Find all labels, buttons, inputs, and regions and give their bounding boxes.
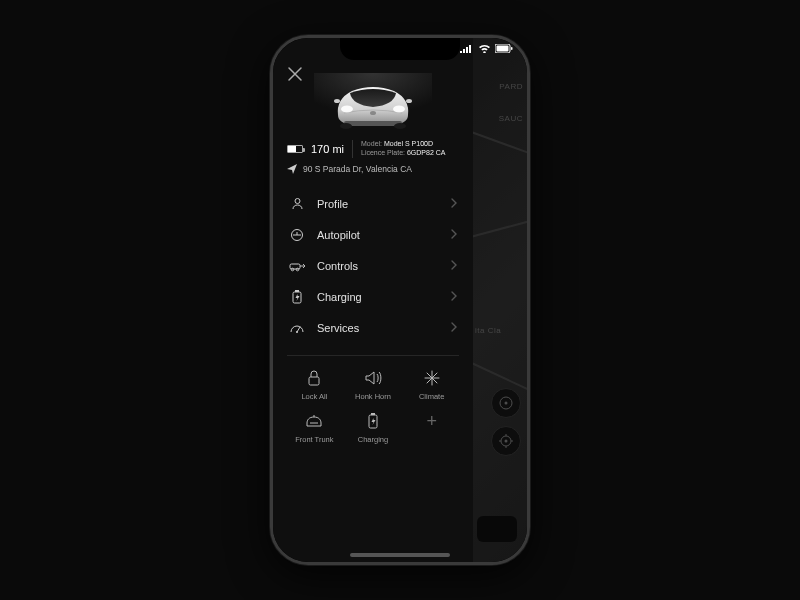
menu-item-autopilot[interactable]: Autopilot [287,219,459,251]
charging-icon [292,290,302,304]
location-row[interactable]: 90 S Parada Dr, Valencia CA [287,164,459,174]
svg-rect-20 [309,377,319,385]
menu-label: Charging [317,291,362,303]
quick-action-frunk[interactable]: Front Trunk [287,409,342,446]
svg-rect-18 [295,290,299,292]
svg-point-12 [295,199,300,204]
svg-point-10 [340,123,352,129]
svg-point-8 [334,99,340,103]
menu-label: Services [317,322,359,334]
signal-icon [460,44,474,53]
menu-list: Profile Autopilot Controls Charging [287,188,459,343]
chevron-right-icon [451,229,457,239]
map-label: PARD [499,82,523,91]
svg-rect-2 [511,47,513,50]
quick-action-horn[interactable]: Honk Horn [346,366,401,403]
side-drawer: 170 mi Model: Model S P100D Licence Plat… [273,38,473,562]
controls-icon [289,260,305,272]
plus-icon: + [426,411,437,431]
notch [340,38,460,60]
chevron-right-icon [451,198,457,208]
quick-label: Honk Horn [355,392,391,401]
services-icon [290,323,304,333]
svg-point-9 [406,99,412,103]
profile-icon [291,197,304,210]
autopilot-icon [290,228,304,242]
menu-item-services[interactable]: Services [287,313,459,343]
chevron-right-icon [451,291,457,301]
divider [287,355,459,356]
map-bottom-card[interactable] [477,516,517,542]
chevron-right-icon [451,322,457,332]
battery-status-icon [495,44,513,53]
quick-label: Lock All [301,392,327,401]
climate-icon [423,369,441,387]
menu-item-charging[interactable]: Charging [287,281,459,313]
svg-rect-7 [344,121,402,126]
quick-label: Climate [419,392,444,401]
plate-value: 6GDP82 CA [407,149,446,156]
close-button[interactable] [287,66,303,82]
svg-point-4 [370,111,376,115]
quick-action-charging[interactable]: Charging [346,409,401,446]
svg-rect-22 [371,413,375,415]
quick-action-add[interactable]: + [404,409,459,446]
home-indicator[interactable] [350,553,450,557]
svg-point-24 [505,402,508,405]
map-fab-1[interactable] [491,388,521,418]
quick-action-climate[interactable]: Climate [404,366,459,403]
frunk-icon [304,414,324,428]
svg-rect-1 [497,46,509,52]
vehicle-info-row: 170 mi Model: Model S P100D Licence Plat… [287,140,459,158]
svg-point-6 [393,106,405,113]
location-arrow-icon [287,164,297,174]
car-hero-image [313,72,433,134]
close-icon [287,66,303,82]
steering-icon [498,395,514,411]
status-bar [460,44,513,53]
lock-icon [306,369,322,387]
model-value: Model S P100D [384,140,433,147]
menu-label: Profile [317,198,348,210]
svg-point-26 [505,440,508,443]
menu-label: Autopilot [317,229,360,241]
plate-label: Licence Plate: [361,149,405,156]
svg-point-19 [296,331,298,333]
quick-label: Charging [358,435,388,444]
map-fab-2[interactable] [491,426,521,456]
menu-label: Controls [317,260,358,272]
map-label: SAUC [499,114,523,123]
location-text: 90 S Parada Dr, Valencia CA [303,164,412,174]
charger-icon [367,412,379,430]
range-value: 170 mi [311,143,344,155]
horn-icon [364,370,382,386]
battery-icon [287,145,303,153]
menu-item-controls[interactable]: Controls [287,251,459,281]
menu-item-profile[interactable]: Profile [287,188,459,219]
quick-actions: Lock All Honk Horn Climate Front Trunk C… [287,366,459,446]
map-background[interactable]: PARD SAUC ita Cla [473,38,527,562]
model-label: Model: [361,140,382,147]
model-info: Model: Model S P100D Licence Plate: 6GDP… [361,140,445,158]
map-label: ita Cla [475,326,501,335]
quick-action-lock[interactable]: Lock All [287,366,342,403]
svg-point-11 [394,123,406,129]
quick-label: Front Trunk [295,435,333,444]
divider [352,140,353,158]
wifi-icon [478,44,491,53]
svg-point-5 [341,106,353,113]
locate-icon [498,433,514,449]
chevron-right-icon [451,260,457,270]
phone-frame: 170 mi Model: Model S P100D Licence Plat… [270,35,530,565]
